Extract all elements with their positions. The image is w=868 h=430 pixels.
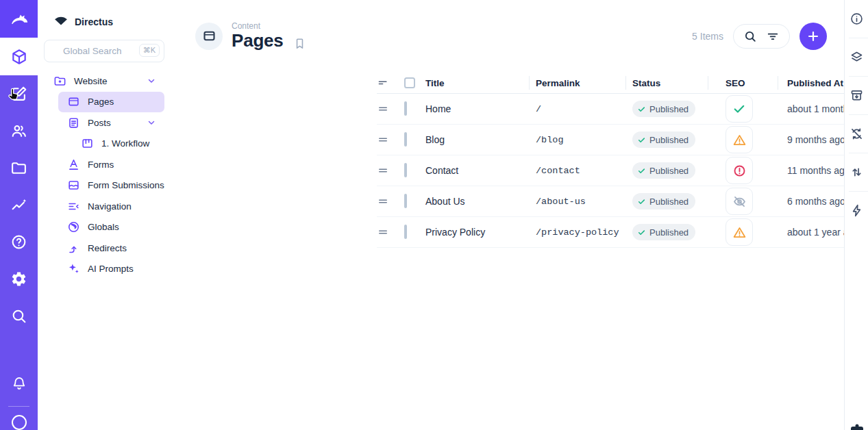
check-icon: [637, 197, 646, 206]
collection-icon-button[interactable]: [195, 23, 223, 50]
cell-seo: [708, 218, 778, 246]
sidebar-item-pages[interactable]: Pages: [58, 92, 164, 113]
cell-permalink: /: [529, 104, 625, 114]
check-icon: [637, 136, 646, 144]
drag-handle[interactable]: [377, 226, 404, 238]
drag-handle[interactable]: [377, 164, 404, 177]
cell-status: Published: [625, 193, 708, 210]
column-header-title[interactable]: Title: [425, 73, 529, 93]
select-all-checkbox[interactable]: [404, 77, 415, 88]
row-checkbox[interactable]: [404, 132, 407, 147]
table-row[interactable]: Privacy Policy /privacy-policy Published…: [377, 217, 868, 248]
sidebar-item-label: Website: [74, 76, 108, 86]
user-avatar[interactable]: [12, 415, 27, 430]
header-titles: Content Pages: [232, 22, 284, 50]
window-icon: [67, 95, 80, 108]
chevron-down-icon[interactable]: [147, 118, 156, 127]
row-select-cell: [404, 134, 425, 146]
table-row[interactable]: Blog /blog Published 9 months ago 2 Item…: [377, 125, 868, 155]
bookmark-icon[interactable]: [293, 37, 306, 50]
row-checkbox[interactable]: [404, 163, 407, 177]
module-insights[interactable]: [0, 186, 38, 223]
module-bar: [0, 0, 38, 430]
notifications-button[interactable]: [0, 365, 38, 402]
sort-icon: [377, 77, 389, 89]
sidebar-item-workflow[interactable]: 1. Workflow: [58, 134, 164, 155]
sidebar-item-label: AI Prompts: [88, 264, 134, 274]
menu-collapse-icon: [67, 200, 80, 213]
search-icon: [10, 307, 27, 325]
filter-icon[interactable]: [766, 29, 780, 43]
status-badge: Published: [632, 101, 695, 117]
cell-seo: [708, 126, 778, 153]
cell-permalink: /about-us: [529, 197, 625, 207]
drag-handle[interactable]: [377, 103, 404, 115]
row-checkbox[interactable]: [404, 194, 407, 208]
module-bar-spacer: [0, 334, 38, 365]
info-button[interactable]: [845, 0, 868, 38]
drag-handle[interactable]: [377, 134, 404, 146]
check-icon: [637, 166, 646, 175]
sidebar-item-label: 1. Workflow: [101, 138, 149, 149]
seo-ok-icon: [726, 95, 753, 123]
sidebar-item-posts[interactable]: Posts: [58, 112, 164, 134]
sidebar-item-redirects[interactable]: Redirects: [58, 238, 164, 259]
bell-icon: [11, 375, 27, 392]
folder-icon: [10, 160, 27, 177]
sidebar-item-forms[interactable]: Forms: [58, 154, 164, 175]
archive-button[interactable]: [845, 77, 868, 114]
cell-permalink: /contact: [529, 166, 625, 176]
cell-seo: [708, 95, 778, 123]
sidebar-item-navigation[interactable]: Navigation: [58, 196, 164, 217]
drag-handle[interactable]: [377, 195, 404, 207]
status-badge: Published: [632, 162, 695, 179]
module-content[interactable]: [0, 38, 38, 75]
table-row[interactable]: Contact /contact Published 11 months ago…: [377, 155, 868, 186]
module-settings[interactable]: [0, 260, 38, 297]
module-help[interactable]: [0, 223, 38, 260]
search-icon[interactable]: [743, 29, 757, 43]
module-editor[interactable]: [0, 75, 38, 112]
sidebar-item-label: Globals: [88, 222, 119, 232]
drag-handle-icon: [377, 103, 389, 115]
sidebar-item-form-submissions[interactable]: Form Submissions: [58, 175, 164, 197]
chevron-down-icon[interactable]: [147, 76, 156, 86]
table-header-row: Title Permalink Status SEO Published At …: [377, 73, 868, 94]
cell-seo: [708, 157, 778, 184]
column-header-permalink[interactable]: Permalink: [529, 73, 625, 93]
check-icon: [637, 105, 646, 114]
sidebar-item-globals[interactable]: Globals: [58, 217, 164, 238]
import-export-button[interactable]: [845, 153, 868, 191]
table-row[interactable]: Home / Published about 1 month ago 5 Ite…: [377, 94, 868, 125]
column-header-seo[interactable]: SEO: [708, 73, 778, 93]
module-users[interactable]: [0, 112, 38, 149]
table-row[interactable]: About Us /about-us Published 6 months ag…: [377, 186, 868, 217]
flows-button[interactable]: [845, 192, 868, 229]
cell-status: Published: [625, 224, 708, 240]
trend-sparkle-icon: [10, 197, 27, 214]
module-files[interactable]: [0, 149, 38, 186]
bolt-icon: [850, 203, 864, 218]
sidebar-item-website[interactable]: Website: [38, 71, 164, 92]
shortcut-badge: ⌘K: [139, 44, 160, 57]
module-bar-divider: [8, 406, 29, 407]
sort-button[interactable]: [377, 73, 404, 93]
swap-vertical-icon: [850, 165, 864, 179]
sync-disabled-button[interactable]: [845, 115, 868, 153]
directus-logo-tile[interactable]: [0, 0, 38, 38]
main-content: Content Pages 5 Items: [182, 0, 844, 430]
seo-hidden-icon: [726, 188, 753, 215]
cell-status: Published: [625, 131, 708, 148]
header-actions: 5 Items: [692, 23, 827, 50]
sidebar-item-ai-prompts[interactable]: AI Prompts: [58, 259, 164, 280]
edit-pencil-icon: [10, 86, 27, 103]
turn-up-arrow-icon: [67, 242, 80, 255]
add-item-button[interactable]: [799, 23, 827, 50]
row-checkbox[interactable]: [404, 225, 407, 239]
column-header-status[interactable]: Status: [625, 73, 708, 93]
row-checkbox[interactable]: [404, 101, 407, 116]
layout-options-button[interactable]: [845, 38, 868, 76]
module-search[interactable]: [0, 297, 38, 334]
sync-disabled-icon: [850, 127, 864, 141]
archive-icon: [850, 88, 864, 103]
